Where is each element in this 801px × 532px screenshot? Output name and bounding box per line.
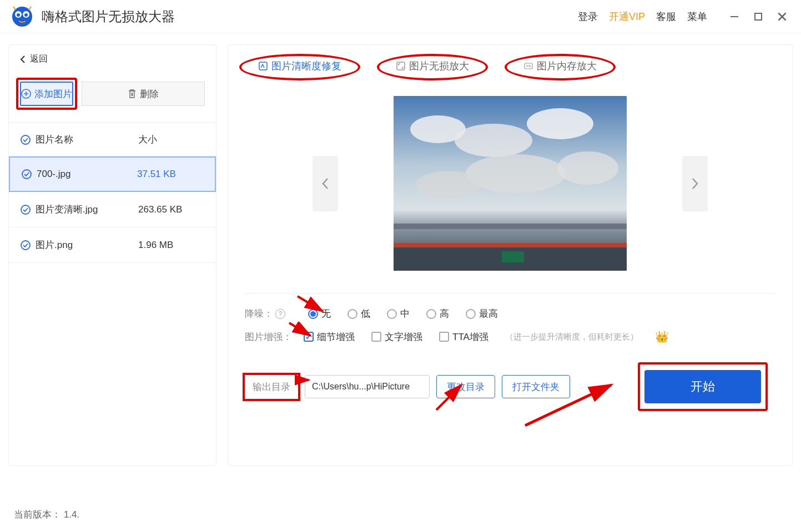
- file-name: 700-.jpg: [37, 169, 70, 180]
- delete-label: 删除: [140, 88, 159, 100]
- svg-point-12: [21, 135, 30, 144]
- svg-point-23: [527, 108, 593, 139]
- image-preview: [394, 96, 627, 271]
- add-image-label: 添加图片: [34, 88, 72, 100]
- version-footer: 当前版本： 1.4.: [14, 508, 79, 521]
- start-button[interactable]: 开始: [644, 370, 761, 403]
- svg-point-26: [557, 151, 618, 185]
- output-row: 输出目录 C:\Users\hu...p\HiPicture 更改目录 打开文件…: [245, 370, 775, 403]
- mb-icon: MB: [523, 61, 533, 71]
- annotation-box: 开始: [638, 362, 768, 411]
- svg-rect-27: [394, 224, 627, 229]
- chevron-left-icon: [321, 177, 329, 190]
- output-label: 输出目录: [249, 379, 294, 394]
- svg-point-4: [24, 13, 28, 17]
- preview-area: [245, 96, 775, 271]
- divider: [245, 293, 775, 293]
- crown-icon: 👑: [655, 330, 669, 343]
- svg-point-15: [21, 241, 30, 250]
- back-label: 返回: [30, 53, 48, 65]
- check-circle-icon: [20, 134, 31, 145]
- app-logo-icon: [11, 6, 33, 28]
- file-name: 图片.png: [36, 239, 73, 251]
- svg-point-25: [416, 171, 482, 199]
- window-controls: [727, 9, 790, 24]
- annotation-box: 输出目录: [243, 373, 300, 401]
- file-size: 263.65 KB: [138, 204, 205, 215]
- tab-lossless[interactable]: 图片无损放大: [390, 57, 475, 75]
- help-icon[interactable]: ?: [275, 309, 285, 319]
- tab-lossless-label: 图片无损放大: [409, 59, 469, 73]
- next-button[interactable]: [682, 156, 708, 211]
- radio-none[interactable]: 无: [308, 307, 331, 320]
- radio-high[interactable]: 高: [426, 307, 449, 320]
- chevron-right-icon: [691, 177, 699, 190]
- enhance-hint: （进一步提升清晰度，但耗时更长）: [505, 332, 638, 342]
- tab-clarity-label: 图片清晰度修复: [271, 59, 341, 73]
- check-circle-icon: [20, 204, 31, 215]
- check-circle-icon: [21, 169, 32, 180]
- prev-button[interactable]: [313, 156, 338, 211]
- noise-option-row: 降噪： ? 无 低 中 高 最高: [245, 307, 775, 320]
- menu-link[interactable]: 菜单: [687, 10, 707, 23]
- expand-icon: [396, 61, 406, 71]
- change-dir-button[interactable]: 更改目录: [436, 375, 495, 398]
- svg-point-22: [455, 124, 532, 157]
- noise-label: 降噪： ?: [245, 307, 285, 320]
- checkbox-tta[interactable]: TTA增强: [439, 331, 488, 343]
- col-name-label: 图片名称: [36, 133, 73, 146]
- radio-highest[interactable]: 最高: [466, 307, 498, 320]
- annotation-ellipse: MB 图片内存放大: [505, 54, 616, 80]
- maximize-button[interactable]: [750, 9, 766, 24]
- titlebar: 嗨格式图片无损放大器 登录 开通VIP 客服 菜单: [0, 0, 801, 33]
- checkbox-text[interactable]: 文字增强: [371, 331, 422, 343]
- svg-text:MB: MB: [526, 64, 531, 68]
- enhance-label: 图片增强：: [245, 331, 292, 343]
- add-image-button[interactable]: 添加图片: [20, 82, 73, 106]
- app-title: 嗨格式图片无损放大器: [42, 8, 578, 26]
- svg-rect-30: [502, 251, 524, 262]
- tab-memory-label: 图片内存放大: [537, 59, 597, 73]
- tab-clarity[interactable]: 图片清晰度修复: [253, 57, 347, 75]
- file-row[interactable]: 700-.jpg 37.51 KB: [9, 156, 216, 192]
- open-folder-button[interactable]: 打开文件夹: [502, 375, 570, 398]
- radio-mid[interactable]: 中: [387, 307, 410, 320]
- file-panel: 返回 添加图片 删除 图片名称 大小 7: [8, 44, 216, 466]
- annotation-box: 添加图片: [16, 78, 77, 110]
- svg-rect-28: [394, 243, 627, 247]
- enhance-checkbox-group: 细节增强 文字增强 TTA增强 （进一步提升清晰度，但耗时更长） 👑: [304, 330, 669, 343]
- titlebar-right: 登录 开通VIP 客服 菜单: [578, 9, 790, 24]
- close-button[interactable]: [774, 9, 790, 24]
- noise-radio-group: 无 低 中 高 最高: [308, 307, 498, 320]
- delete-button[interactable]: 删除: [82, 82, 205, 106]
- output-path-field[interactable]: C:\Users\hu...p\HiPicture: [305, 375, 430, 398]
- minimize-button[interactable]: [727, 9, 742, 24]
- enhance-option-row: 图片增强： 细节增强 文字增强 TTA增强 （进一步提升清晰度，但耗时更长） 👑: [245, 330, 775, 343]
- back-button[interactable]: 返回: [9, 45, 216, 73]
- trash-icon: [128, 89, 137, 99]
- svg-point-13: [22, 170, 31, 179]
- support-link[interactable]: 客服: [656, 10, 676, 23]
- svg-point-14: [21, 205, 30, 214]
- svg-point-3: [17, 13, 20, 17]
- tabs: 图片清晰度修复 图片无损放大 MB 图片内存放大: [245, 53, 775, 85]
- svg-rect-17: [397, 62, 405, 70]
- annotation-ellipse: 图片清晰度修复: [239, 54, 360, 80]
- clarity-icon: [258, 61, 268, 71]
- radio-low[interactable]: 低: [347, 307, 370, 320]
- file-size: 1.96 MB: [138, 240, 205, 251]
- col-size-label: 大小: [138, 133, 205, 146]
- login-link[interactable]: 登录: [578, 10, 598, 23]
- file-name: 图片变清晰.jpg: [36, 203, 98, 216]
- plus-circle-icon: [21, 89, 31, 99]
- svg-rect-6: [755, 13, 762, 20]
- file-row[interactable]: 图片.png 1.96 MB: [9, 227, 216, 263]
- tab-memory[interactable]: MB 图片内存放大: [518, 57, 602, 75]
- version-label: 当前版本：: [14, 509, 61, 520]
- vip-link[interactable]: 开通VIP: [609, 10, 645, 23]
- main-area: 返回 添加图片 删除 图片名称 大小 7: [0, 33, 801, 466]
- checkbox-detail[interactable]: 细节增强: [304, 331, 355, 343]
- version-value: 1.4.: [64, 509, 79, 520]
- file-row[interactable]: 图片变清晰.jpg 263.65 KB: [9, 192, 216, 227]
- check-circle-icon: [20, 240, 31, 251]
